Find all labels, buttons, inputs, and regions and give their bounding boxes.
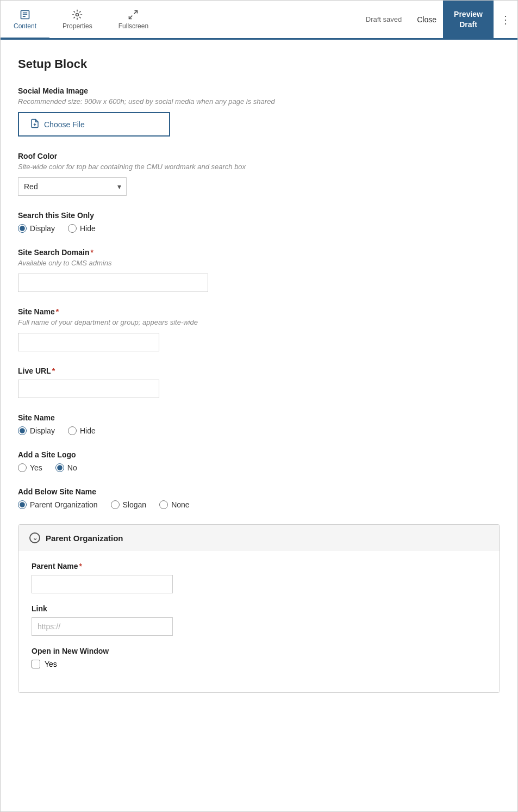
site-name-display-option[interactable]: Display	[18, 426, 55, 435]
add-below-slogan-label: Slogan	[123, 500, 147, 509]
site-name-hide-radio[interactable]	[68, 426, 77, 435]
site-name-section: Site Name* Full name of your department …	[18, 307, 500, 351]
search-site-display-radio[interactable]	[18, 224, 27, 233]
roof-color-section: Roof Color Site-wide color for top bar c…	[18, 152, 500, 196]
site-name-description: Full name of your department or group; a…	[18, 318, 500, 326]
live-url-input[interactable]: http://	[18, 380, 159, 398]
site-logo-no-option[interactable]: No	[55, 463, 77, 472]
parent-link-label: Link	[32, 604, 486, 613]
site-name-label: Site Name*	[18, 307, 500, 316]
add-below-parent-org-radio[interactable]	[18, 500, 27, 509]
svg-point-4	[76, 13, 79, 16]
parent-org-section-label: Parent Organization	[46, 534, 123, 543]
site-logo-label: Add a Site Logo	[18, 450, 500, 459]
roof-color-select-wrapper: Red Blue Green Black ▾	[18, 177, 127, 196]
open-new-window-section: Open in New Window Yes	[32, 647, 486, 668]
search-site-display-label: Display	[30, 224, 55, 233]
add-below-none-label: None	[171, 500, 189, 509]
toolbar: Content Properties Fullscreen Draft save…	[1, 1, 517, 40]
search-site-display-option[interactable]: Display	[18, 224, 55, 233]
social-media-image-section: Social Media Image Recommended size: 900…	[18, 86, 500, 137]
site-logo-yes-label: Yes	[30, 463, 42, 472]
add-below-site-name-radio-group: Parent Organization Slogan None	[18, 500, 500, 509]
search-site-only-radio-group: Display Hide	[18, 224, 500, 233]
site-name-display-radio-group: Display Hide	[18, 426, 500, 435]
site-name-display-section: Site Name Display Hide	[18, 413, 500, 435]
svg-line-6	[129, 15, 133, 18]
add-below-site-name-label: Add Below Site Name	[18, 487, 500, 496]
site-logo-yes-option[interactable]: Yes	[18, 463, 42, 472]
roof-color-select[interactable]: Red Blue Green Black	[18, 177, 127, 196]
choose-file-label: Choose File	[44, 120, 85, 129]
site-name-input[interactable]: Template Site Version v6	[18, 333, 159, 351]
parent-link-section: Link	[32, 604, 486, 636]
tab-properties[interactable]: Properties	[49, 2, 105, 39]
parent-name-label: Parent Name*	[32, 562, 486, 571]
search-site-hide-radio[interactable]	[68, 224, 77, 233]
site-name-hide-option-label: Hide	[80, 426, 96, 435]
site-logo-section: Add a Site Logo Yes No	[18, 450, 500, 472]
choose-file-button[interactable]: Choose File	[18, 112, 170, 137]
add-below-slogan-option[interactable]: Slogan	[111, 500, 147, 509]
tab-properties-label: Properties	[63, 22, 92, 30]
live-url-section: Live URL* http://	[18, 367, 500, 398]
search-site-hide-option[interactable]: Hide	[68, 224, 96, 233]
tab-fullscreen-label: Fullscreen	[118, 22, 148, 30]
site-name-hide-option[interactable]: Hide	[68, 426, 96, 435]
roof-color-label: Roof Color	[18, 152, 500, 160]
social-media-image-description: Recommended size: 900w x 600h; used by s…	[18, 97, 500, 106]
draft-status: Draft saved	[366, 15, 402, 23]
open-new-window-checkbox[interactable]	[32, 660, 40, 668]
add-below-none-radio[interactable]	[159, 500, 168, 509]
tab-content[interactable]: Content	[1, 2, 49, 39]
preview-draft-button[interactable]: PreviewDraft	[443, 1, 494, 38]
tab-fullscreen[interactable]: Fullscreen	[105, 2, 161, 39]
parent-link-input[interactable]	[32, 617, 173, 636]
parent-org-content: Parent Name* Template Parent Organizatio…	[18, 551, 500, 692]
site-search-domain-label: Site Search Domain*	[18, 248, 500, 257]
site-name-display-radio[interactable]	[18, 426, 27, 435]
parent-org-header[interactable]: ⌄ Parent Organization	[18, 525, 500, 551]
tab-content-label: Content	[14, 22, 36, 30]
parent-org-box: ⌄ Parent Organization Parent Name* Templ…	[18, 524, 500, 693]
site-logo-no-label: No	[67, 463, 77, 472]
add-below-slogan-radio[interactable]	[111, 500, 120, 509]
open-new-window-checkbox-label: Yes	[45, 660, 57, 668]
live-url-required: *	[52, 367, 55, 375]
open-new-window-label: Open in New Window	[32, 647, 486, 655]
svg-line-5	[134, 10, 138, 14]
content-area: Setup Block Social Media Image Recommend…	[1, 40, 517, 811]
file-icon	[30, 119, 40, 130]
add-below-parent-org-label: Parent Organization	[30, 500, 98, 509]
add-below-parent-org-option[interactable]: Parent Organization	[18, 500, 98, 509]
more-options-button[interactable]: ⋮	[494, 1, 517, 38]
parent-name-input[interactable]: Template Parent Organization	[32, 575, 173, 593]
site-name-display-label: Site Name	[18, 413, 500, 422]
site-search-domain-required: *	[91, 248, 93, 257]
add-below-site-name-section: Add Below Site Name Parent Organization …	[18, 487, 500, 509]
search-site-only-label: Search this Site Only	[18, 211, 500, 220]
site-search-domain-input[interactable]: http://	[18, 274, 208, 292]
roof-color-description: Site-wide color for top bar containing t…	[18, 163, 500, 171]
site-name-display-option-label: Display	[30, 426, 55, 435]
search-site-hide-label: Hide	[80, 224, 96, 233]
site-logo-no-radio[interactable]	[55, 463, 64, 472]
site-search-domain-description: Available only to CMS admins	[18, 259, 500, 267]
social-media-image-label: Social Media Image	[18, 86, 500, 95]
site-logo-radio-group: Yes No	[18, 463, 500, 472]
page-title: Setup Block	[18, 57, 500, 71]
add-below-none-option[interactable]: None	[159, 500, 189, 509]
parent-name-required: *	[79, 562, 82, 571]
chevron-down-icon: ⌄	[29, 532, 40, 543]
site-name-required: *	[56, 307, 59, 316]
open-new-window-checkbox-row: Yes	[32, 660, 486, 668]
close-button[interactable]: Close	[410, 11, 443, 28]
parent-name-section: Parent Name* Template Parent Organizatio…	[32, 562, 486, 593]
search-site-only-section: Search this Site Only Display Hide	[18, 211, 500, 233]
site-search-domain-section: Site Search Domain* Available only to CM…	[18, 248, 500, 292]
site-logo-yes-radio[interactable]	[18, 463, 27, 472]
live-url-label: Live URL*	[18, 367, 500, 375]
